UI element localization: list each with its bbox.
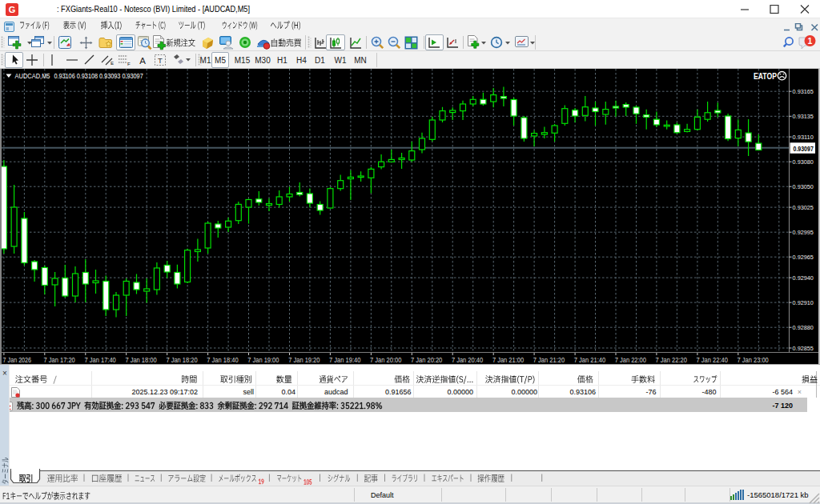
svg-text:0.93110: 0.93110: [793, 134, 814, 141]
svg-text:7 Jan 17:20: 7 Jan 17:20: [44, 356, 76, 364]
svg-text:F: F: [127, 62, 131, 66]
svg-text:A: A: [139, 56, 146, 66]
svg-text:7 Jan 18:00: 7 Jan 18:00: [125, 356, 157, 364]
svg-text:7 Jan 22:40: 7 Jan 22:40: [697, 356, 729, 364]
svg-text:7 Jan 20:20: 7 Jan 20:20: [411, 356, 443, 364]
svg-text:7 Jan 18:20: 7 Jan 18:20: [166, 356, 198, 364]
svg-text:0.92880: 0.92880: [793, 324, 814, 331]
svg-text:7 Jan 20:40: 7 Jan 20:40: [452, 356, 484, 364]
svg-text:G: G: [9, 5, 16, 14]
svg-text:1: 1: [808, 36, 813, 46]
svg-text:7 Jan 22:20: 7 Jan 22:20: [656, 356, 688, 364]
svg-text:7 Jan 21:00: 7 Jan 21:00: [492, 356, 525, 364]
svg-text:0.92910: 0.92910: [793, 299, 814, 306]
svg-text:0.93050: 0.93050: [793, 183, 814, 190]
svg-text:7 Jan 20:00: 7 Jan 20:00: [370, 356, 402, 364]
svg-text:7 Jan 19:00: 7 Jan 19:00: [247, 356, 279, 364]
svg-text:7 Jan 19:20: 7 Jan 19:20: [288, 356, 320, 364]
svg-text:0.93025: 0.93025: [793, 204, 814, 211]
svg-text:0.93135: 0.93135: [793, 113, 814, 120]
svg-text:EATOP: EATOP: [754, 71, 777, 81]
svg-text:7 Jan 23:00: 7 Jan 23:00: [738, 356, 770, 364]
svg-text:7 Jan 17:40: 7 Jan 17:40: [85, 356, 117, 364]
svg-text:0.92965: 0.92965: [793, 254, 814, 261]
svg-text:AUDCAD,M5: AUDCAD,M5: [15, 72, 50, 80]
svg-text:7 Jan 22:00: 7 Jan 22:00: [615, 356, 647, 364]
svg-text:7 Jan 2026: 7 Jan 2026: [3, 356, 32, 364]
svg-text:T: T: [158, 56, 163, 65]
svg-text:7 Jan 19:40: 7 Jan 19:40: [329, 356, 361, 364]
svg-text:0.93080: 0.93080: [793, 158, 814, 166]
svg-text:: FXGiants-Real10 - Notesco (B: : FXGiants-Real10 - Notesco (BVI) Limite…: [57, 4, 250, 14]
svg-text:7 Jan 18:40: 7 Jan 18:40: [207, 356, 239, 364]
svg-text:0.92940: 0.92940: [793, 274, 814, 282]
svg-text:E: E: [111, 61, 114, 66]
svg-text:7 Jan 21:20: 7 Jan 21:20: [533, 356, 565, 364]
svg-text:0.93106 0.93108 0.93093 0.9309: 0.93106 0.93108 0.93093 0.93097: [54, 72, 143, 80]
svg-text:7 Jan 21:40: 7 Jan 21:40: [574, 356, 606, 364]
svg-text:0.92855: 0.92855: [793, 345, 814, 352]
svg-text:0.92995: 0.92995: [793, 229, 814, 236]
svg-text:0.93165: 0.93165: [793, 88, 814, 95]
svg-text:0.93097: 0.93097: [794, 146, 814, 153]
